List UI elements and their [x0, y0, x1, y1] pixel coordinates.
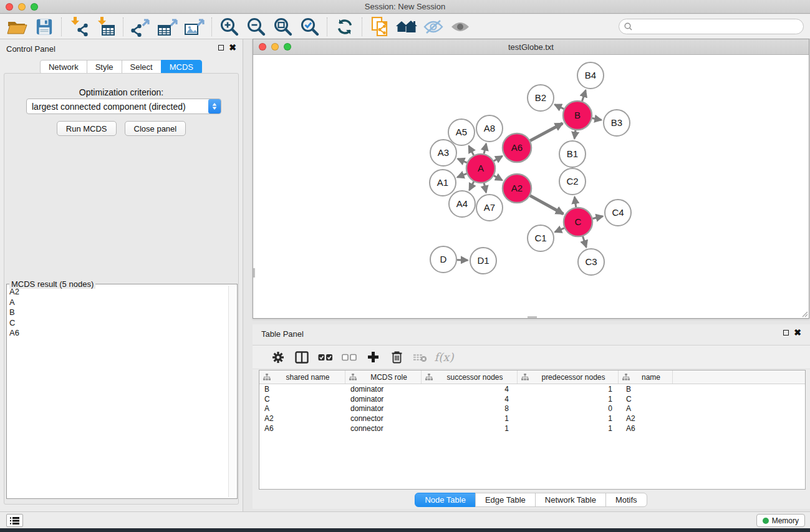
graph-edge-A2-C[interactable] — [530, 196, 563, 214]
vertical-scrollbar-thumb[interactable] — [253, 268, 255, 278]
table-row[interactable]: A2connector11A2 — [259, 414, 805, 423]
result-list-item[interactable]: C — [9, 318, 227, 329]
add-row-icon[interactable] — [361, 348, 385, 367]
open-folder-icon[interactable] — [4, 16, 31, 37]
table-cell[interactable]: 4 — [422, 395, 518, 404]
save-icon[interactable] — [31, 16, 57, 37]
graph-node-A3[interactable]: A3 — [430, 140, 456, 166]
graph-node-B[interactable]: B — [563, 101, 592, 130]
result-list-item[interactable]: A6 — [9, 328, 227, 339]
column-header-name[interactable]: name — [619, 370, 673, 384]
tab-network[interactable]: Network — [40, 60, 87, 74]
graph-node-C4[interactable]: C4 — [605, 200, 631, 226]
graph-edge-A-A3[interactable] — [458, 159, 467, 163]
graph-edge-C-C2[interactable] — [574, 197, 576, 207]
graph-node-A[interactable]: A — [466, 154, 495, 183]
column-header-shared-name[interactable]: shared name — [259, 370, 345, 384]
home-icon[interactable] — [393, 16, 420, 37]
graph-node-A8[interactable]: A8 — [476, 115, 503, 142]
table-cell[interactable]: connector — [345, 414, 422, 423]
delete-row-icon[interactable] — [385, 348, 408, 367]
graph-edge-A-A7[interactable] — [484, 183, 486, 192]
result-list-item[interactable]: A — [9, 297, 227, 308]
table-cell[interactable]: 1 — [518, 385, 619, 394]
close-panel-button[interactable]: Close panel — [125, 121, 186, 136]
minimize-window-button[interactable] — [18, 3, 26, 11]
graph-node-A5[interactable]: A5 — [448, 119, 475, 145]
zoom-fit-icon[interactable] — [269, 16, 296, 37]
column-header-MCDS-role[interactable]: MCDS role — [345, 370, 422, 384]
graph-edge-C-C4[interactable] — [592, 216, 602, 219]
show-glyphs-icon[interactable] — [446, 16, 473, 37]
graph-edge-A-A5[interactable] — [469, 146, 474, 155]
tab-node-table[interactable]: Node Table — [415, 493, 476, 507]
column-header-successor-nodes[interactable]: successor nodes — [422, 370, 518, 384]
tab-network-table[interactable]: Network Table — [535, 493, 606, 507]
graph-node-B1[interactable]: B1 — [559, 141, 586, 167]
deselect-all-icon[interactable] — [337, 348, 361, 367]
resize-grip[interactable] — [801, 311, 808, 317]
network-canvas[interactable]: B4B2BB3A5A8A6A3AB1A1A2C2A4A7C4CC1C3DD1 — [253, 55, 809, 318]
close-table-panel-icon[interactable]: ✖ — [794, 329, 801, 336]
result-list-item[interactable]: A2 — [9, 287, 227, 297]
network-minimize-button[interactable] — [271, 43, 279, 51]
graph-edge-D-D1[interactable] — [457, 260, 468, 261]
zoom-selected-icon[interactable] — [296, 16, 323, 37]
graph-node-A6[interactable]: A6 — [503, 133, 531, 162]
table-row[interactable]: Cdominator41C — [259, 394, 805, 404]
graph-edge-B-B4[interactable] — [582, 90, 586, 101]
table-cell[interactable]: A2 — [619, 414, 673, 423]
close-window-button[interactable] — [6, 3, 13, 11]
graph-node-B2[interactable]: B2 — [528, 85, 554, 111]
column-header-predecessor-nodes[interactable]: predecessor nodes — [518, 370, 619, 384]
graph-node-C3[interactable]: C3 — [578, 249, 604, 275]
table-cell[interactable]: C — [259, 395, 345, 404]
graph-node-D1[interactable]: D1 — [470, 248, 496, 274]
table-cell[interactable]: 1 — [518, 395, 619, 404]
float-table-panel-icon[interactable] — [783, 330, 789, 336]
graph-edge-A-A6[interactable] — [494, 156, 503, 161]
select-all-icon[interactable] — [314, 348, 337, 367]
memory-button[interactable]: Memory — [756, 514, 805, 527]
table-cell[interactable]: 1 — [422, 414, 518, 423]
tab-mcds[interactable]: MCDS — [161, 60, 202, 74]
graph-node-A2[interactable]: A2 — [503, 174, 531, 203]
search-input[interactable] — [635, 22, 798, 31]
table-cell[interactable]: B — [259, 385, 345, 394]
table-cell[interactable]: 1 — [518, 414, 619, 423]
split-columns-icon[interactable] — [290, 348, 314, 367]
graph-node-C[interactable]: C — [564, 208, 592, 236]
graph-node-D[interactable]: D — [430, 246, 456, 273]
result-scrollbar[interactable] — [228, 286, 236, 497]
graph-node-C1[interactable]: C1 — [528, 225, 554, 251]
task-history-button[interactable] — [6, 514, 23, 527]
table-cell[interactable]: dominator — [345, 385, 422, 394]
table-cell[interactable]: A2 — [259, 414, 345, 423]
export-network-icon[interactable] — [127, 16, 154, 37]
clone-network-icon[interactable] — [366, 16, 393, 37]
table-row[interactable]: Bdominator41B — [259, 384, 805, 394]
table-cell[interactable]: connector — [345, 424, 422, 433]
graph-edge-C-C1[interactable] — [555, 228, 564, 233]
graph-node-A7[interactable]: A7 — [476, 195, 503, 221]
table-cell[interactable]: A6 — [619, 424, 673, 433]
criterion-dropdown[interactable]: largest connected component (directed) — [26, 99, 221, 114]
table-cell[interactable]: 0 — [518, 404, 619, 413]
refresh-icon[interactable] — [331, 16, 358, 37]
graph-edge-A-A8[interactable] — [484, 143, 486, 153]
graph-edge-A-A1[interactable] — [457, 173, 466, 177]
table-cell[interactable]: 4 — [422, 385, 518, 394]
graph-node-A4[interactable]: A4 — [449, 191, 475, 217]
graph-edge-B-B1[interactable] — [574, 130, 576, 138]
float-panel-icon[interactable] — [218, 45, 224, 51]
graph-node-C2[interactable]: C2 — [559, 168, 586, 195]
zoom-out-icon[interactable] — [243, 16, 269, 37]
network-close-button[interactable] — [259, 43, 266, 51]
table-cell[interactable]: B — [619, 385, 673, 394]
export-image-icon[interactable] — [181, 16, 208, 37]
import-table-icon[interactable] — [92, 16, 119, 37]
tab-style[interactable]: Style — [87, 60, 122, 74]
graph-edge-A6-B[interactable] — [530, 123, 562, 141]
export-table-icon[interactable] — [154, 16, 181, 37]
graph-node-B4[interactable]: B4 — [577, 62, 604, 89]
